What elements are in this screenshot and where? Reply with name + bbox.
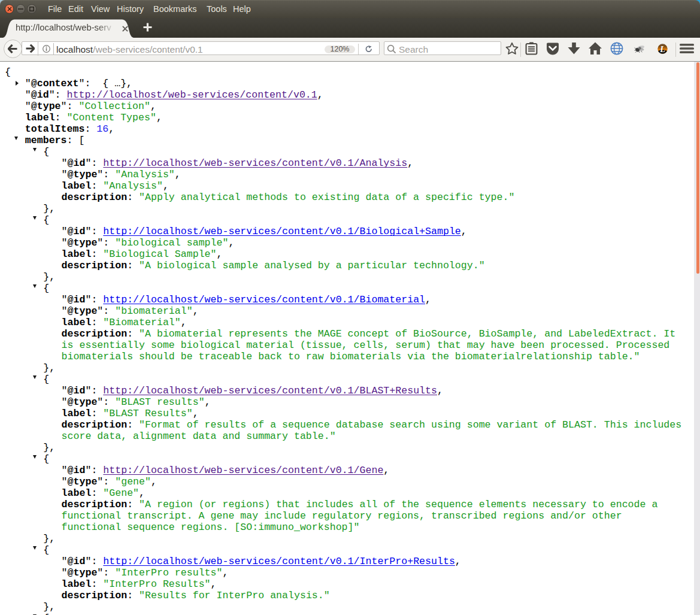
svg-text:L: L: [659, 44, 665, 53]
